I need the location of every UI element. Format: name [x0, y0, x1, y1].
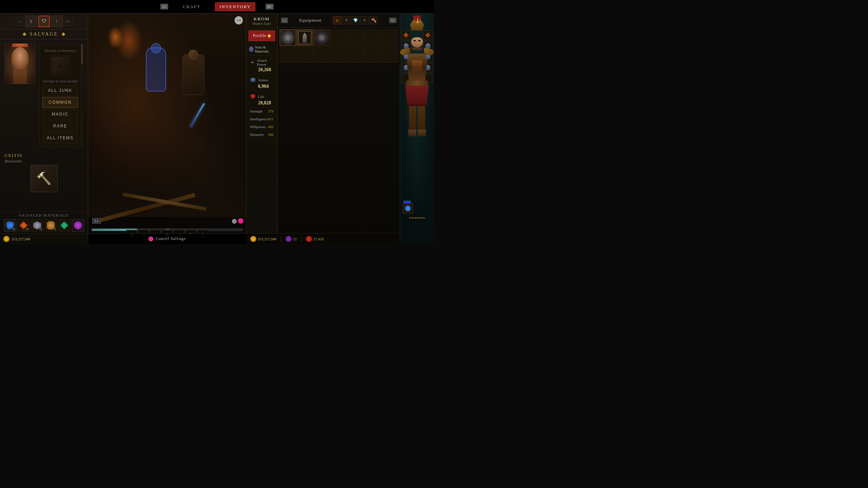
cancel-salvage-text[interactable]: Cancel Salvage: [156, 236, 186, 241]
profile-diamond-icon: [267, 34, 271, 38]
all-junk-button[interactable]: ALL JUNK: [42, 85, 78, 96]
pink-indicator-dot: [238, 218, 243, 224]
strength-value: 378: [268, 109, 274, 113]
material-count-4: 2: [54, 227, 56, 231]
character-model-panel: [400, 14, 434, 244]
tab-icon-l2[interactable]: L2: [16, 17, 24, 25]
eq-tab-sword[interactable]: ⚔: [333, 16, 341, 24]
armor-stat: Armor 6,904: [246, 74, 277, 91]
eq-slot-1[interactable]: [297, 29, 313, 46]
eq-slot-11[interactable]: [348, 46, 364, 63]
char-model-background: [400, 14, 434, 244]
materials-title: SALVAGED MATERIALS: [3, 214, 85, 217]
magic-button[interactable]: MAGIC: [42, 109, 78, 120]
eq-slot-3[interactable]: [331, 29, 347, 46]
shield-icon: [251, 78, 255, 82]
npc-portrait: [5, 43, 35, 84]
tab-icon-shield-cross[interactable]: ⚕: [25, 16, 37, 27]
character-name: KROM: [249, 16, 274, 22]
eq-tab-axe[interactable]: 🪓: [370, 16, 378, 24]
eq-tab-dagger[interactable]: 🗡: [360, 16, 369, 24]
eq-slot-13[interactable]: [381, 46, 398, 63]
stat-dots-row: [401, 217, 433, 219]
stats-materials-icon: [249, 46, 253, 52]
eq-slot-6[interactable]: [381, 29, 398, 46]
eq-slot-7[interactable]: [280, 46, 296, 63]
npc-portrait-inner: [5, 44, 35, 84]
eq-slot-12[interactable]: [364, 46, 381, 63]
rare-button[interactable]: RARE: [42, 121, 78, 131]
eq-slot-8[interactable]: [297, 46, 313, 63]
eq-slot-9[interactable]: [314, 46, 330, 63]
character-figure: [400, 20, 434, 137]
bottom-gem-slot[interactable]: [403, 203, 413, 214]
tab-icon-hammer-active[interactable]: 🛡: [38, 16, 50, 27]
eq-slot-5[interactable]: [364, 29, 381, 46]
dexterity-row: Dexterity 506: [246, 131, 277, 139]
gem-count: 22: [293, 237, 297, 241]
inventory-tab[interactable]: INVENTORY: [215, 2, 255, 11]
tab-icon-row: L2 ⚕ 🛡 ↑ R2: [0, 14, 88, 29]
gold-icon: [250, 236, 256, 242]
red-gem-icon: [306, 236, 312, 242]
character-subtitle: Shadow Eater: [249, 22, 274, 25]
stats-materials-label: Stats & Materials: [255, 45, 274, 53]
eq-slot-10[interactable]: [331, 46, 347, 63]
salvage-panel: L2 ⚕ 🛡 ↑ R2 SALVAGE: [0, 14, 88, 244]
npc-area: Directly in Inventory ⚔ Salvage by item …: [0, 39, 88, 211]
equipment-header: L2 Equipment ⚔ ⚗ 💎 🗡 🪓 R2: [278, 14, 400, 27]
cancel-dot-icon: [149, 237, 153, 241]
npc-role: Blacksmith: [5, 159, 83, 163]
eq-slot-0[interactable]: [280, 29, 296, 46]
attack-power-value: 20,268: [250, 67, 274, 73]
profile-button[interactable]: Profile: [249, 30, 275, 41]
salvage-content: Directly in Inventory ⚔ Salvage by item …: [39, 45, 81, 147]
armor-icon: [250, 77, 256, 83]
player-character: [142, 47, 170, 108]
material-count-1: 52: [12, 227, 15, 231]
material-blue-gem: 52: [4, 219, 16, 231]
life-icon: [250, 94, 256, 100]
common-button[interactable]: COMMON: [42, 97, 78, 108]
material-teal: [58, 219, 71, 231]
eq-tab-potions[interactable]: ⚗: [342, 16, 350, 24]
sword-icon: [250, 60, 255, 65]
profile-label: Profile: [253, 33, 267, 38]
eq-slot-4[interactable]: [348, 29, 364, 46]
strength-row: Strength 378: [246, 107, 277, 115]
npc-character: [180, 54, 207, 108]
l1-game-badge: L1: [92, 218, 101, 224]
tab-icon-r2[interactable]: R2: [64, 17, 72, 25]
eq-tab-gems[interactable]: 💎: [351, 16, 359, 24]
craft-tab[interactable]: CRAFT: [178, 2, 205, 11]
eq-slot-2[interactable]: [314, 29, 330, 46]
gold-currency: 253,227,948: [250, 236, 276, 242]
attack-power-stat: Attack Power 20,268: [246, 56, 277, 74]
l1-nav-badge: L1: [160, 4, 168, 9]
l2-badge: L2: [281, 18, 288, 23]
all-items-button[interactable]: ALL ITEMS: [42, 133, 78, 143]
character-name-area: KROM Shadow Eater: [246, 14, 277, 28]
r1-nav-badge: R1: [265, 4, 274, 9]
intelligence-label: Intelligence: [250, 117, 268, 121]
willpower-row: Willpower 493: [246, 123, 277, 131]
material-count-3: 11: [39, 227, 42, 231]
intelligence-value: 811: [268, 117, 274, 121]
level-display: 100: [235, 16, 243, 24]
header-diamond-right: [61, 32, 65, 36]
heart-icon: [251, 94, 255, 99]
tab-icon-arrow-up[interactable]: ↑: [51, 16, 63, 27]
salvage-header: SALVAGE: [0, 29, 88, 39]
strength-label: Strength: [250, 109, 262, 113]
equipment-panel: L2 Equipment ⚔ ⚗ 💎 🗡 🪓 R2: [277, 14, 400, 244]
white-indicator-dot: [232, 219, 237, 224]
top-navigation: L1 CRAFT INVENTORY R1: [0, 0, 434, 14]
inventory-label: Directly in Inventory: [42, 48, 78, 53]
game-background: 100 L1 100 ⚡ 🌿 ⚔ 🌊 🌙 🔍 👤: [88, 14, 246, 244]
attack-power-icon: [250, 59, 255, 65]
game-world-panel: 100 L1 100 ⚡ 🌿 ⚔ 🌊 🌙 🔍 👤 Cancel Salvage: [88, 14, 246, 244]
r2-badge: R2: [389, 18, 396, 23]
gold-amount: 253,227,948: [12, 237, 30, 241]
stats-materials-row[interactable]: Stats & Materials: [246, 43, 277, 56]
gem-icon: [285, 236, 292, 242]
